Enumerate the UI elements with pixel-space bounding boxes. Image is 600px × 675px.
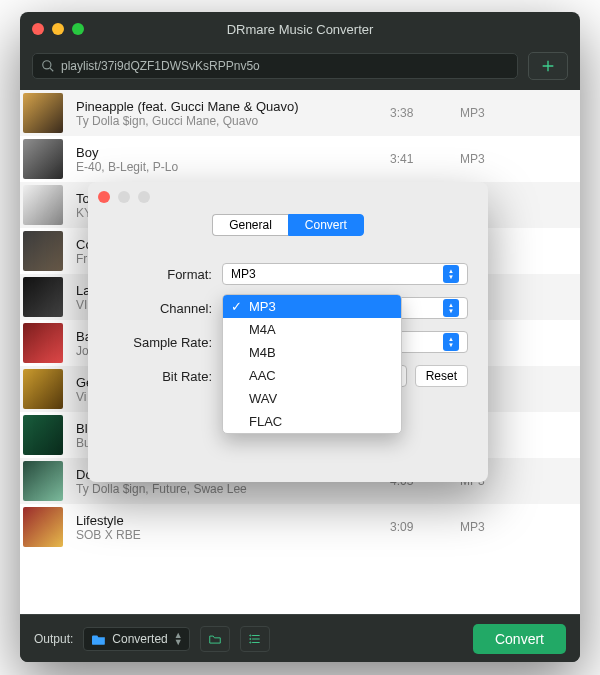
track-format: MP3	[460, 152, 580, 166]
window-title: DRmare Music Converter	[20, 22, 580, 37]
track-title: Lifestyle	[76, 513, 390, 528]
track-thumbnail	[20, 182, 66, 228]
track-thumbnail	[20, 412, 66, 458]
output-label: Output:	[34, 632, 73, 646]
format-option[interactable]: M4A	[223, 318, 401, 341]
minimize-window-button[interactable]	[52, 23, 64, 35]
format-option[interactable]: WAV	[223, 387, 401, 410]
track-duration: 3:41	[390, 152, 460, 166]
track-title: Boy	[76, 145, 390, 160]
reset-button[interactable]: Reset	[415, 365, 468, 387]
format-option[interactable]: AAC	[223, 364, 401, 387]
format-option[interactable]: M4B	[223, 341, 401, 364]
track-thumbnail	[20, 228, 66, 274]
dialog-minimize-button	[118, 191, 130, 203]
folder-icon	[92, 633, 106, 645]
footer-bar: Output: Converted ▲▼ Convert	[20, 614, 580, 662]
search-text: playlist/37i9dQZF1DWSvKsRPPnv5o	[61, 59, 260, 73]
format-option[interactable]: FLAC	[223, 410, 401, 433]
list-icon	[247, 632, 263, 646]
format-option[interactable]: MP3	[223, 295, 401, 318]
chevron-updown-icon	[443, 299, 459, 317]
format-label: Format:	[112, 267, 222, 282]
track-artist: Ty Dolla $ign, Future, Swae Lee	[76, 482, 390, 496]
output-folder-select[interactable]: Converted ▲▼	[83, 627, 189, 651]
list-button[interactable]	[240, 626, 270, 652]
track-format: MP3	[460, 106, 580, 120]
track-thumbnail	[20, 136, 66, 182]
track-duration: 3:09	[390, 520, 460, 534]
convert-button[interactable]: Convert	[473, 624, 566, 654]
track-row[interactable]: Pineapple (feat. Gucci Mane & Quavo)Ty D…	[20, 90, 580, 136]
dialog-window-controls	[98, 191, 150, 203]
track-meta: Pineapple (feat. Gucci Mane & Quavo)Ty D…	[66, 99, 390, 128]
format-dropdown: MP3M4AM4BAACWAVFLAC	[222, 294, 402, 434]
search-input[interactable]: playlist/37i9dQZF1DWSvKsRPPnv5o	[32, 53, 518, 79]
dialog-close-button[interactable]	[98, 191, 110, 203]
track-title: Pineapple (feat. Gucci Mane & Quavo)	[76, 99, 390, 114]
add-button[interactable]	[528, 52, 568, 80]
bitrate-label: Bit Rate:	[112, 369, 222, 384]
dialog-titlebar	[88, 182, 488, 212]
search-icon	[41, 59, 55, 73]
track-thumbnail	[20, 90, 66, 136]
svg-point-0	[43, 61, 51, 69]
track-row[interactable]: LifestyleSOB X RBE3:09MP3	[20, 504, 580, 550]
format-select[interactable]: MP3	[222, 263, 468, 285]
title-bar: DRmare Music Converter	[20, 12, 580, 46]
track-thumbnail	[20, 366, 66, 412]
open-folder-icon	[207, 632, 223, 646]
track-format: MP3	[460, 520, 580, 534]
dialog-content: Format: MP3 Channel: Sample Rate: Bit Ra…	[88, 236, 488, 418]
tab-convert[interactable]: Convert	[288, 214, 364, 236]
window-controls	[32, 23, 84, 35]
svg-line-1	[50, 68, 53, 71]
zoom-window-button[interactable]	[72, 23, 84, 35]
track-meta: BoyE-40, B-Legit, P-Lo	[66, 145, 390, 174]
track-artist: SOB X RBE	[76, 528, 390, 542]
track-meta: LifestyleSOB X RBE	[66, 513, 390, 542]
svg-point-8	[249, 638, 250, 639]
svg-point-7	[249, 634, 250, 635]
tab-general[interactable]: General	[212, 214, 288, 236]
track-thumbnail	[20, 320, 66, 366]
track-thumbnail	[20, 274, 66, 320]
svg-point-9	[249, 641, 250, 642]
close-window-button[interactable]	[32, 23, 44, 35]
updown-icon: ▲▼	[174, 632, 181, 646]
track-artist: Ty Dolla $ign, Gucci Mane, Quavo	[76, 114, 390, 128]
track-thumbnail	[20, 458, 66, 504]
tab-control: General Convert	[88, 214, 488, 236]
track-artist: E-40, B-Legit, P-Lo	[76, 160, 390, 174]
dialog-zoom-button	[138, 191, 150, 203]
track-thumbnail	[20, 504, 66, 550]
chevron-updown-icon	[443, 333, 459, 351]
open-folder-button[interactable]	[200, 626, 230, 652]
channel-label: Channel:	[112, 301, 222, 316]
samplerate-label: Sample Rate:	[112, 335, 222, 350]
track-row[interactable]: BoyE-40, B-Legit, P-Lo3:41MP3	[20, 136, 580, 182]
plus-icon	[540, 58, 556, 74]
track-duration: 3:38	[390, 106, 460, 120]
preferences-dialog: General Convert Format: MP3 Channel: Sam…	[88, 182, 488, 482]
chevron-updown-icon	[443, 265, 459, 283]
output-folder-name: Converted	[112, 632, 167, 646]
toolbar: playlist/37i9dQZF1DWSvKsRPPnv5o	[20, 46, 580, 90]
